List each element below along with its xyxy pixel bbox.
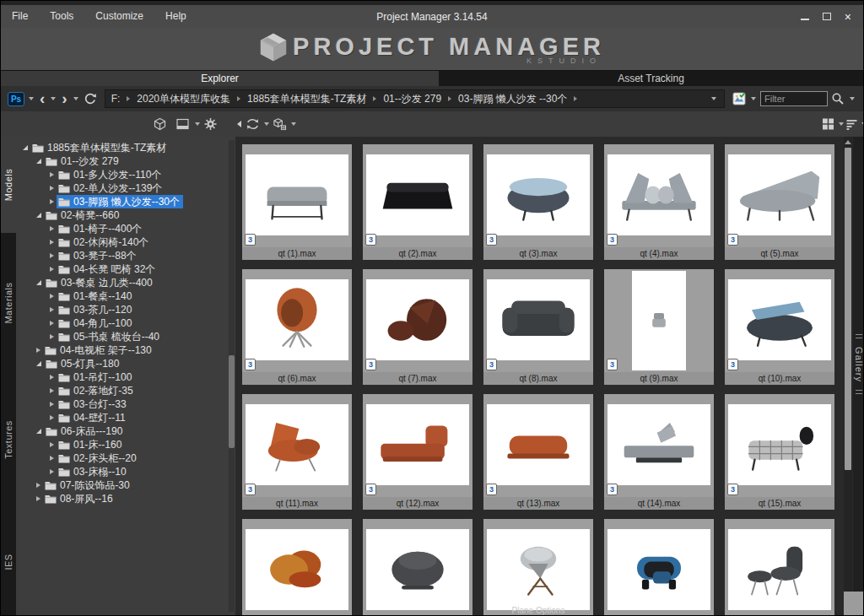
expand-arrow-icon[interactable] xyxy=(50,321,54,326)
collapse-arrow-icon[interactable] xyxy=(36,159,41,164)
expand-arrow-icon[interactable] xyxy=(50,240,54,245)
tree-item[interactable]: 02-椅凳--660 xyxy=(16,208,235,222)
forward-history-caret-icon[interactable] xyxy=(73,97,78,100)
back-history-caret-icon[interactable] xyxy=(51,97,56,100)
forward-button[interactable]: › xyxy=(60,91,68,106)
tree-item[interactable]: 02-落地灯-35 xyxy=(16,384,235,397)
sort-icon[interactable] xyxy=(845,117,859,131)
app-dropdown-caret-icon[interactable] xyxy=(29,97,34,100)
breadcrumb-dropdown-caret-icon[interactable] xyxy=(711,97,716,100)
expand-arrow-icon[interactable] xyxy=(50,267,54,272)
search-options-caret-icon[interactable] xyxy=(850,97,855,100)
asset-card[interactable]: 3qt (13).max xyxy=(483,394,593,510)
breadcrumb-segment[interactable]: 2020单体模型库收集 xyxy=(137,92,230,106)
expand-arrow-icon[interactable] xyxy=(50,375,54,380)
grid-scrollbar-thumb[interactable] xyxy=(845,148,851,470)
collapse-arrow-icon[interactable] xyxy=(36,280,41,285)
maximize-icon[interactable] xyxy=(823,13,831,20)
expand-arrow-icon[interactable] xyxy=(50,334,54,339)
side-tab-materials[interactable]: Materials xyxy=(1,233,16,372)
expand-arrow-icon[interactable] xyxy=(50,172,54,177)
breadcrumb-segment[interactable]: 01--沙发 279 xyxy=(383,92,441,106)
tree-item[interactable]: 03-台灯--33 xyxy=(16,397,235,411)
tree-item[interactable]: 01--沙发 279 xyxy=(16,154,235,168)
asset-card[interactable]: 3qt (15).max xyxy=(725,394,834,510)
tree-item[interactable]: 03-凳子--88个 xyxy=(16,249,235,262)
tree-item[interactable]: 01-椅子--400个 xyxy=(16,222,235,235)
tree-item[interactable]: 01-餐桌--140 xyxy=(16,289,235,303)
expand-arrow-icon[interactable] xyxy=(36,483,40,488)
asset-card[interactable]: 3qt (10).max xyxy=(725,269,834,385)
asset-card[interactable]: 3qt (5).max xyxy=(725,144,834,260)
expand-arrow-icon[interactable] xyxy=(50,253,54,258)
tree-item[interactable]: 07-陈设饰品-30 xyxy=(16,478,235,492)
expand-arrow-icon[interactable] xyxy=(50,294,54,299)
expand-arrow-icon[interactable] xyxy=(50,388,54,393)
asset-card[interactable]: 3qt (8).max xyxy=(483,269,593,385)
side-tab-ies[interactable]: IES xyxy=(1,507,16,616)
layout-caret-icon[interactable] xyxy=(195,122,200,126)
asset-card[interactable]: 3qt (7).max xyxy=(363,269,472,385)
asset-card[interactable] xyxy=(604,519,714,615)
expand-arrow-icon[interactable] xyxy=(50,226,54,231)
scroll-up-icon[interactable] xyxy=(845,140,851,144)
menu-file[interactable]: File xyxy=(1,5,39,28)
menu-customize[interactable]: Customize xyxy=(84,5,154,28)
grid-view-caret-icon[interactable] xyxy=(839,122,844,126)
photoshop-badge-icon[interactable]: Ps xyxy=(8,92,24,106)
breadcrumb-segment[interactable]: 1885套单体模型集-TZ素材 xyxy=(247,92,366,106)
asset-card[interactable]: 3qt (14).max xyxy=(604,394,714,510)
collapse-arrow-icon[interactable] xyxy=(23,145,28,150)
menu-help[interactable]: Help xyxy=(154,5,197,28)
tree-item[interactable]: 02-床头柜--20 xyxy=(16,451,235,465)
asset-card[interactable]: 3qt (1).max xyxy=(242,144,352,260)
tree-item[interactable]: 04-电视柜 架子--130 xyxy=(16,343,235,357)
asset-card[interactable]: 3qt (9).max xyxy=(604,269,714,385)
asset-card[interactable]: 3qt (12).max xyxy=(363,394,472,510)
tree-item[interactable]: 02-休闲椅-140个 xyxy=(16,235,235,249)
thumbnail-options-icon[interactable] xyxy=(732,91,747,106)
asset-card[interactable]: 3qt (4).max xyxy=(604,144,714,260)
breadcrumb[interactable]: F:2020单体模型库收集1885套单体模型集-TZ素材01--沙发 27903… xyxy=(105,89,725,108)
tab-explorer[interactable]: Explorer xyxy=(1,71,439,86)
tree-item[interactable]: 01-吊灯--100 xyxy=(16,370,235,384)
tree-item[interactable]: 04-角几--100 xyxy=(16,316,235,330)
tree-item[interactable]: 04-长凳 吧椅 32个 xyxy=(16,262,235,276)
tree-item[interactable]: 02-单人沙发--139个 xyxy=(16,181,235,195)
tree-item[interactable]: 08-屏风--16 xyxy=(16,492,235,505)
layout-view-icon[interactable] xyxy=(176,117,190,131)
scrollbar-corner[interactable] xyxy=(844,592,863,615)
refresh-thumbnails-caret-icon[interactable] xyxy=(264,122,269,126)
expand-arrow-icon[interactable] xyxy=(50,442,54,447)
thumbnail-options-caret-icon[interactable] xyxy=(751,97,756,100)
expand-arrow-icon[interactable] xyxy=(50,415,54,420)
asset-card[interactable] xyxy=(725,519,834,615)
side-tab-textures[interactable]: Textures xyxy=(1,372,16,507)
minimize-icon[interactable] xyxy=(801,19,809,20)
search-icon[interactable] xyxy=(830,91,845,106)
tree-item[interactable]: 01-床--160 xyxy=(16,438,235,451)
collapse-arrow-icon[interactable] xyxy=(36,213,41,218)
back-button[interactable]: ‹ xyxy=(38,91,46,106)
grid-scrollbar[interactable] xyxy=(844,137,852,615)
asset-card[interactable]: 3qt (6).max xyxy=(242,269,352,385)
expand-arrow-icon[interactable] xyxy=(36,496,40,501)
grid-view-icon[interactable] xyxy=(821,117,835,131)
asset-card[interactable]: 3qt (2).max xyxy=(363,144,472,260)
tree-item[interactable]: 05-灯具--180 xyxy=(16,357,235,370)
breadcrumb-segment[interactable]: F: xyxy=(111,93,121,105)
expand-arrow-icon[interactable] xyxy=(50,186,54,191)
close-icon[interactable]: × xyxy=(845,13,851,21)
menu-tools[interactable]: Tools xyxy=(39,5,84,28)
tree-scrollbar[interactable] xyxy=(229,140,235,612)
tree-item[interactable]: 03-床榻--10 xyxy=(16,465,235,478)
asset-card[interactable] xyxy=(483,519,593,615)
expand-arrow-icon[interactable] xyxy=(50,456,54,461)
asset-card[interactable] xyxy=(363,519,472,615)
collapse-arrow-icon[interactable] xyxy=(36,361,41,366)
tree-item[interactable]: 03-茶几--120 xyxy=(16,303,235,316)
asset-card[interactable]: 3qt (3).max xyxy=(483,144,593,260)
export-model-icon[interactable] xyxy=(273,117,287,131)
tree-item[interactable]: 01-多人沙发--110个 xyxy=(16,168,235,181)
settings-gear-icon[interactable] xyxy=(203,117,218,131)
